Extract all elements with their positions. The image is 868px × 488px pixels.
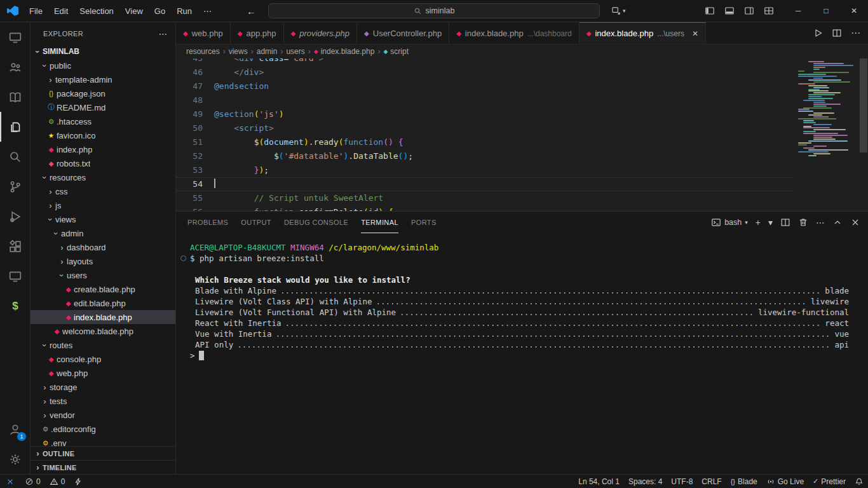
remote-explorer-icon[interactable] bbox=[0, 261, 31, 291]
search-icon[interactable] bbox=[0, 142, 31, 172]
explorer-item-dashboard[interactable]: ›dashboard bbox=[31, 240, 175, 254]
explorer-item-js[interactable]: ›js bbox=[31, 198, 175, 212]
panel-tab-problems[interactable]: PROBLEMS bbox=[187, 212, 228, 233]
editor-scrollbar[interactable] bbox=[859, 58, 868, 211]
menu-selection[interactable]: Selection bbox=[74, 0, 119, 22]
explorer-item-index-blade-php[interactable]: ◆index.blade.php bbox=[31, 310, 175, 324]
code-line[interactable]: 54 bbox=[176, 177, 793, 191]
panel-tab-ports[interactable]: PORTS bbox=[411, 212, 437, 233]
explorer-item-env[interactable]: ⚙.env bbox=[31, 436, 175, 446]
breadcrumb-item-users[interactable]: users bbox=[286, 47, 304, 56]
run-button[interactable] bbox=[813, 28, 823, 38]
notifications[interactable] bbox=[850, 475, 868, 488]
panel-tab-debug-console[interactable]: DEBUG CONSOLE bbox=[284, 212, 348, 233]
tab-index-blade-php-dashboard[interactable]: ◆index.blade.php...\dashboard bbox=[449, 22, 580, 44]
explorer-item-routes[interactable]: ›routes bbox=[31, 338, 175, 352]
live-share-icon[interactable] bbox=[0, 52, 31, 82]
code-editor[interactable]: 45 <div class="card">46 </div>47@endsect… bbox=[176, 58, 868, 211]
explorer-item-htaccess[interactable]: ⚙.htaccess bbox=[31, 114, 175, 128]
explorer-item-editorconfig[interactable]: ⚙.editorconfig bbox=[31, 422, 175, 436]
explorer-item-robots-txt[interactable]: ◆robots.txt bbox=[31, 156, 175, 170]
settings-icon[interactable] bbox=[0, 444, 31, 474]
terminal-content[interactable]: ACER@LAPTOP-B48KUCMT MINGW64 /c/laragon/… bbox=[176, 233, 868, 474]
maximize-button[interactable]: □ bbox=[812, 0, 840, 22]
prettier[interactable]: ✓Prettier bbox=[808, 475, 850, 488]
explorer-item-console-php[interactable]: ◆console.php bbox=[31, 352, 175, 366]
accounts-icon[interactable]: 1 bbox=[0, 414, 31, 444]
breadcrumb-item-resources[interactable]: resources bbox=[186, 47, 220, 56]
terminal-profile-chevron[interactable]: ▾ bbox=[768, 217, 773, 227]
toggle-sidebar-icon[interactable] bbox=[705, 6, 715, 16]
panel-tab-output[interactable]: OUTPUT bbox=[241, 212, 271, 233]
extensions-icon[interactable] bbox=[0, 231, 31, 261]
explorer-item-package-json[interactable]: {}package.json bbox=[31, 86, 175, 100]
code-line[interactable]: 46 </div> bbox=[176, 65, 793, 79]
code-line[interactable]: 48 bbox=[176, 93, 793, 107]
close-button[interactable]: ✕ bbox=[840, 0, 868, 22]
explorer-item-welcome-blade-php[interactable]: ◆welcome.blade.php bbox=[31, 324, 175, 338]
tab-providers-php[interactable]: ◆providers.php bbox=[284, 22, 357, 44]
encoding[interactable]: UTF-8 bbox=[667, 475, 697, 488]
minimize-button[interactable]: ─ bbox=[784, 0, 812, 22]
editor-more-button[interactable]: ⋯ bbox=[851, 27, 860, 39]
remote-indicator[interactable] bbox=[0, 475, 20, 488]
explorer-item-tests[interactable]: ›tests bbox=[31, 394, 175, 408]
kill-terminal-button[interactable] bbox=[798, 217, 808, 227]
explorer-item-public[interactable]: ›public bbox=[31, 58, 175, 72]
breadcrumb-item-script[interactable]: ◆script bbox=[383, 47, 409, 56]
explorer-item-admin[interactable]: ›admin bbox=[31, 226, 175, 240]
explorer-item-template-admin[interactable]: ›template-admin bbox=[31, 72, 175, 86]
warnings-count[interactable]: 0 bbox=[45, 475, 70, 488]
language-mode[interactable]: {}Blade bbox=[726, 475, 762, 488]
breadcrumb-item-index-blade-php[interactable]: ◆index.blade.php bbox=[314, 47, 375, 56]
explorer-more-icon[interactable]: ⋯ bbox=[159, 29, 168, 39]
billing-icon[interactable]: $ bbox=[0, 291, 31, 321]
errors-count[interactable]: 0 bbox=[20, 475, 45, 488]
power-indicator[interactable] bbox=[69, 475, 87, 488]
explorer-icon[interactable] bbox=[0, 112, 31, 142]
explorer-item-favicon-ico[interactable]: ★favicon.ico bbox=[31, 128, 175, 142]
explorer-item-css[interactable]: ›css bbox=[31, 184, 175, 198]
tab-app-php[interactable]: ◆app.php bbox=[231, 22, 284, 44]
minimap[interactable] bbox=[796, 58, 859, 211]
terminal-shell-button[interactable]: bash▾ bbox=[711, 217, 748, 227]
tab-web-php[interactable]: ◆web.php bbox=[176, 22, 231, 44]
code-line[interactable]: 53 }); bbox=[176, 163, 793, 177]
explorer-item-users[interactable]: ›users bbox=[31, 268, 175, 282]
remote-targets-icon[interactable] bbox=[0, 22, 31, 52]
code-line[interactable]: 50 <script> bbox=[176, 121, 793, 135]
explorer-item-web-php[interactable]: ◆web.php bbox=[31, 366, 175, 380]
explorer-item-index-php[interactable]: ◆index.php bbox=[31, 142, 175, 156]
cursor-position[interactable]: Ln 54, Col 1 bbox=[574, 475, 624, 488]
explorer-root-folder[interactable]: › SIMINLAB bbox=[31, 44, 175, 58]
eol[interactable]: CRLF bbox=[697, 475, 726, 488]
toggle-secondary-sidebar-icon[interactable] bbox=[744, 6, 754, 16]
run-debug-icon[interactable] bbox=[0, 201, 31, 231]
command-center-search[interactable]: siminlab bbox=[268, 3, 600, 18]
customize-layout-icon[interactable] bbox=[764, 6, 774, 16]
menu-file[interactable]: File bbox=[24, 0, 48, 22]
scrollbar-thumb[interactable] bbox=[860, 58, 867, 152]
explorer-item-storage[interactable]: ›storage bbox=[31, 380, 175, 394]
panel-more-button[interactable]: ⋯ bbox=[816, 217, 825, 227]
close-icon[interactable]: ✕ bbox=[692, 29, 698, 38]
terminal-input-line[interactable]: > bbox=[190, 350, 849, 361]
breadcrumb-item-views[interactable]: views bbox=[229, 47, 248, 56]
code-line[interactable]: 56 function confirmDelete(id) { bbox=[176, 205, 793, 211]
split-terminal-button[interactable] bbox=[780, 217, 790, 227]
source-control-icon[interactable] bbox=[0, 172, 31, 201]
explorer-item-edit-blade-php[interactable]: ◆edit.blade.php bbox=[31, 296, 175, 310]
menu-more-icon[interactable]: ⋯ bbox=[198, 0, 217, 22]
split-editor-button[interactable] bbox=[832, 28, 842, 38]
menu-run[interactable]: Run bbox=[171, 0, 198, 22]
code-line[interactable]: 52 $('#datatable').DataTable(); bbox=[176, 149, 793, 163]
layout-control-icon[interactable]: ▾ bbox=[611, 6, 626, 15]
explorer-item-views[interactable]: ›views bbox=[31, 212, 175, 226]
back-button[interactable]: ← bbox=[247, 6, 256, 17]
indentation[interactable]: Spaces: 4 bbox=[624, 475, 667, 488]
breadcrumb-item-admin[interactable]: admin bbox=[257, 47, 278, 56]
code-line[interactable]: 47@endsection bbox=[176, 79, 793, 93]
menu-view[interactable]: View bbox=[119, 0, 149, 22]
new-terminal-button[interactable]: + bbox=[756, 217, 761, 227]
menu-edit[interactable]: Edit bbox=[48, 0, 74, 22]
